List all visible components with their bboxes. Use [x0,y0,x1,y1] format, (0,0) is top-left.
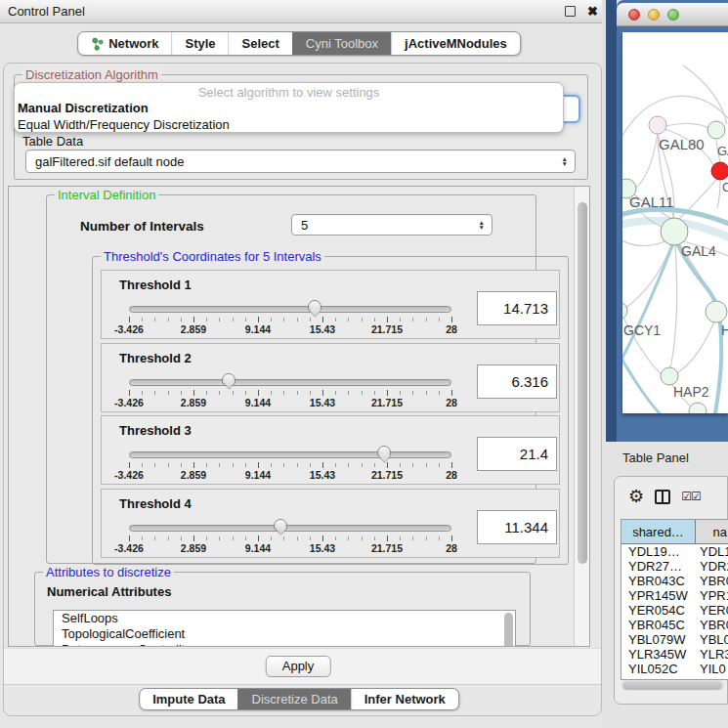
slider-tick-label: 2.859 [181,469,206,481]
table-data-combobox[interactable]: galFiltered.sif default node ▲▼ [25,150,576,173]
table-hscrollbar[interactable] [621,680,725,691]
slider-track[interactable] [129,525,451,532]
stepper-icon[interactable]: ▲▼ [562,156,568,166]
slider-thumb[interactable] [377,446,391,456]
slider-tick [258,390,259,396]
table-row[interactable]: YLR345WYLR3 [621,647,728,662]
network-canvas[interactable]: GAL80GACGAL11GAL4GCY1HHAP2 [622,32,728,413]
threshold-value-field[interactable] [477,510,557,544]
slider-thumb[interactable] [222,373,236,384]
slider-track[interactable] [129,379,451,386]
network-node[interactable] [711,162,728,180]
table-row[interactable]: YPR145WYPR1 [621,588,728,603]
attribute-item[interactable]: BetweennessCentrality [54,642,515,647]
network-node[interactable] [661,218,688,245]
network-edge[interactable] [670,245,677,368]
attribute-item[interactable]: SelfLoops [54,611,515,626]
table-row[interactable]: YDR27…YDR2 [621,559,728,574]
slider-tick [168,391,169,395]
close-icon[interactable] [628,9,640,21]
tab-label: jActiveMNodules [405,36,507,51]
slider-thumb[interactable] [308,300,321,311]
network-edge[interactable] [683,65,727,124]
float-icon[interactable] [565,6,576,17]
number-of-intervals-combobox[interactable]: 5 ▲▼ [291,214,492,236]
tab-style[interactable]: Style [171,32,228,55]
network-edge[interactable] [630,134,658,191]
slider-tick [154,391,155,395]
slider-thumb[interactable] [274,519,287,530]
tab-discretize-data[interactable]: Discretize Data [238,689,351,709]
network-edge-highlighted[interactable] [622,243,673,368]
tab-select[interactable]: Select [229,32,292,55]
network-node[interactable] [661,367,678,385]
tab-network[interactable]: Network [78,32,171,55]
network-node[interactable] [707,121,725,139]
tab-jactivemnodules[interactable]: jActiveMNodules [391,32,520,55]
apply-button[interactable]: Apply [266,656,331,677]
network-edge[interactable] [665,124,708,128]
table-toolbar: ⚙ ☑☑ [615,485,728,508]
network-edge[interactable] [622,244,671,312]
slider-tick [258,317,259,322]
network-node[interactable] [649,116,666,134]
threshold-value-field[interactable] [477,437,557,471]
stepper-icon[interactable]: ▲▼ [479,220,485,230]
slider-tick [233,536,234,540]
minimize-icon[interactable] [648,9,660,21]
table-row[interactable]: YDL19…YDL1 [621,544,728,559]
popup-option[interactable]: Equal Width/Frequency Discretization [15,116,563,133]
network-edge[interactable] [676,321,714,373]
table-header-name[interactable]: na [696,520,728,543]
network-edge[interactable] [717,181,720,208]
slider-tick [348,318,349,321]
tab-impute-data[interactable]: Impute Data [140,689,237,709]
close-icon[interactable]: ✖ [587,6,598,17]
node-label: GA [717,144,728,158]
table-row[interactable]: YER054CYER0 [621,603,728,618]
hscrollbar-thumb[interactable] [622,681,722,690]
node-label: GAL4 [681,243,716,259]
cell-name: YIL0 [696,662,728,676]
cell-shared-name: YLR345W [621,647,696,662]
tab-infer-network[interactable]: Infer Network [351,689,458,709]
table-row[interactable]: YBR043CYBR0 [621,574,728,588]
numerical-attributes-list[interactable]: SelfLoopsTopologicalCoefficientBetweenne… [53,610,516,647]
slider-tick [297,536,298,540]
threshold-value-field[interactable] [477,364,557,399]
table-row[interactable]: YIL052CYIL0 [621,662,728,676]
slider-tick [412,318,413,321]
slider-track[interactable] [129,451,451,458]
slider-tick [310,318,311,321]
node-label: H [721,322,728,338]
network-node[interactable] [689,403,707,413]
tab-cyni-toolbox[interactable]: Cyni Toolbox [292,32,391,55]
table-row[interactable]: YBR045CYBR0 [621,618,728,632]
split-view-icon[interactable] [655,490,670,504]
slider-tick [426,318,427,321]
checkbox-icon[interactable]: ☑☑ [681,490,701,503]
slider-tick [426,463,427,467]
table-header-shared[interactable]: shared… [621,520,696,543]
list-scrollbar[interactable] [504,613,513,647]
network-edge-highlighted[interactable] [622,351,667,413]
scrollbar-thumb[interactable] [578,202,587,564]
panel-scrollbar[interactable] [574,187,590,646]
gear-icon[interactable]: ⚙ [628,488,644,505]
node-label: GAL80 [659,136,705,152]
slider-tick [219,463,220,467]
zoom-icon[interactable] [667,9,679,21]
attribute-item[interactable]: TopologicalCoefficient [54,626,515,642]
popup-option[interactable]: Manual Discretization [15,100,563,116]
threshold-value-field[interactable] [477,291,557,325]
table-row[interactable]: YBL079WYBL0 [621,632,728,647]
slider-tick [297,391,298,395]
tab-label: Infer Network [364,692,446,707]
network-node[interactable] [706,301,727,322]
cell-name: YPR1 [696,588,728,603]
slider-tick [129,462,130,468]
slider-tick [193,317,194,322]
slider-track[interactable] [129,306,451,313]
network-node[interactable] [622,302,627,320]
settings-scroll-panel: Interval Definition Number of Intervals … [8,186,590,647]
